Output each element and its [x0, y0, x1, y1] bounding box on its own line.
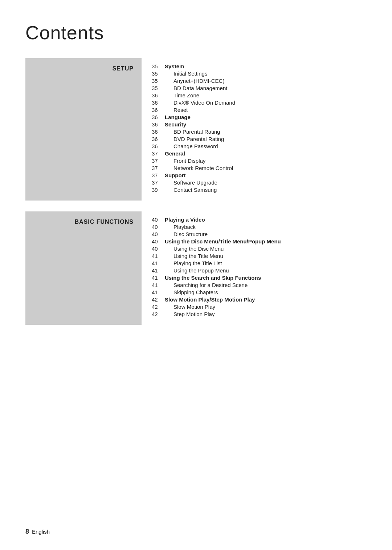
toc-entry: 40Disc Structure	[152, 231, 359, 237]
footer-page-number: 8	[25, 528, 29, 535]
toc-entry: 41Playing the Title List	[152, 260, 359, 266]
toc-entry-text: BD Data Management	[165, 85, 227, 91]
toc-page-num: 42	[152, 296, 165, 303]
toc-page-num: 36	[152, 107, 165, 113]
section-label-col-setup: SETUP	[25, 58, 142, 201]
toc-entry-text: Using the Disc Menu/Title Menu/Popup Men…	[165, 238, 281, 244]
toc-entry-text: Playing a Video	[165, 217, 205, 223]
toc-page-num: 36	[152, 136, 165, 142]
toc-page-num: 39	[152, 187, 165, 193]
toc-entry: 36BD Parental Rating	[152, 129, 359, 135]
toc-entry: 40Playback	[152, 224, 359, 230]
toc-entry-text: General	[165, 150, 185, 157]
toc-entry: 39Contact Samsung	[152, 187, 359, 193]
toc-entry-text: Language	[165, 114, 191, 120]
toc-entry-text: DivX® Video On Demand	[165, 100, 235, 106]
toc-entry-text: Using the Search and Skip Functions	[165, 275, 261, 281]
toc-entry-text: Playing the Title List	[165, 260, 222, 266]
toc-entry-text: Front Display	[165, 158, 205, 164]
toc-entry-text: Software Upgrade	[165, 179, 217, 186]
toc-entry: 36Reset	[152, 107, 359, 113]
toc-entry: 40Playing a Video	[152, 217, 359, 223]
toc-entry-text: Network Remote Control	[165, 165, 233, 171]
toc-entry: 41Using the Title Menu	[152, 253, 359, 259]
toc-page-num: 41	[152, 275, 165, 281]
toc-entry: 36Security	[152, 121, 359, 128]
toc-sections: SETUP35System35Initial Settings35Anynet+…	[25, 58, 367, 325]
toc-entry: 42Slow Motion Play	[152, 304, 359, 310]
toc-entry-text: Slow Motion Play/Step Motion Play	[165, 296, 255, 303]
toc-entry-text: Contact Samsung	[165, 187, 217, 193]
section-label-setup: SETUP	[113, 65, 134, 72]
toc-entry-text: DVD Parental Rating	[165, 136, 224, 142]
toc-entry: 37Support	[152, 172, 359, 178]
toc-entry: 37Software Upgrade	[152, 179, 359, 186]
toc-entry: 36Language	[152, 114, 359, 120]
toc-entry: 35Anynet+(HDMI-CEC)	[152, 78, 359, 84]
toc-page-num: 36	[152, 100, 165, 106]
toc-entry: 40Using the Disc Menu	[152, 246, 359, 252]
section-label-col-basic-functions: BASIC FUNCTIONS	[25, 211, 142, 325]
toc-page-num: 36	[152, 143, 165, 149]
toc-page-num: 37	[152, 150, 165, 157]
toc-entry: 35BD Data Management	[152, 85, 359, 91]
toc-page-num: 40	[152, 246, 165, 252]
toc-page-num: 36	[152, 92, 165, 98]
toc-entry: 41Using the Search and Skip Functions	[152, 275, 359, 281]
toc-entry: 37Front Display	[152, 158, 359, 164]
toc-entry-text: Reset	[165, 107, 188, 113]
toc-entry: 40Using the Disc Menu/Title Menu/Popup M…	[152, 238, 359, 244]
toc-page-num: 36	[152, 114, 165, 120]
toc-page-num: 37	[152, 172, 165, 178]
toc-entry-text: Searching for a Desired Scene	[165, 282, 248, 288]
footer-language: English	[32, 529, 50, 535]
toc-entry-text: Using the Disc Menu	[165, 246, 224, 252]
toc-entry-text: Change Password	[165, 143, 218, 149]
section-label-basic-functions: BASIC FUNCTIONS	[74, 218, 134, 225]
toc-entry-text: BD Parental Rating	[165, 129, 220, 135]
toc-page-num: 35	[152, 70, 165, 77]
page-title: Contents	[25, 22, 367, 44]
toc-section-basic-functions: BASIC FUNCTIONS40Playing a Video40Playba…	[25, 211, 367, 325]
toc-entry: 36Time Zone	[152, 92, 359, 98]
toc-entry: 36DivX® Video On Demand	[152, 100, 359, 106]
toc-entry: 42Step Motion Play	[152, 311, 359, 317]
toc-section-setup: SETUP35System35Initial Settings35Anynet+…	[25, 58, 367, 201]
toc-page-num: 41	[152, 253, 165, 259]
toc-entry: 35System	[152, 63, 359, 69]
section-entries-setup: 35System35Initial Settings35Anynet+(HDMI…	[142, 58, 367, 201]
toc-page-num: 37	[152, 158, 165, 164]
toc-page-num: 36	[152, 121, 165, 128]
toc-entry: 36Change Password	[152, 143, 359, 149]
toc-entry: 41Searching for a Desired Scene	[152, 282, 359, 288]
toc-page-num: 41	[152, 282, 165, 288]
toc-page-num: 41	[152, 260, 165, 266]
toc-entry-text: Using the Popup Menu	[165, 267, 229, 274]
toc-entry: 37Network Remote Control	[152, 165, 359, 171]
toc-page-num: 41	[152, 267, 165, 274]
toc-entry: 37General	[152, 150, 359, 157]
toc-page-num: 42	[152, 311, 165, 317]
toc-page-num: 36	[152, 129, 165, 135]
toc-page-num: 40	[152, 224, 165, 230]
toc-page-num: 40	[152, 217, 165, 223]
toc-entry-text: Initial Settings	[165, 70, 207, 77]
toc-entry-text: Playback	[165, 224, 196, 230]
toc-page-num: 40	[152, 238, 165, 244]
page-container: Contents SETUP35System35Initial Settings…	[0, 0, 392, 357]
toc-entry-text: Security	[165, 121, 186, 128]
toc-entry-text: Slow Motion Play	[165, 304, 215, 310]
toc-entry: 41Skipping Chapters	[152, 289, 359, 295]
toc-page-num: 37	[152, 165, 165, 171]
toc-page-num: 35	[152, 85, 165, 91]
toc-entry: 42Slow Motion Play/Step Motion Play	[152, 296, 359, 303]
toc-entry-text: Skipping Chapters	[165, 289, 218, 295]
toc-page-num: 35	[152, 78, 165, 84]
toc-page-num: 35	[152, 63, 165, 69]
toc-page-num: 41	[152, 289, 165, 295]
toc-entry: 36DVD Parental Rating	[152, 136, 359, 142]
toc-page-num: 42	[152, 304, 165, 310]
toc-entry-text: Using the Title Menu	[165, 253, 223, 259]
toc-page-num: 40	[152, 231, 165, 237]
toc-entry: 41Using the Popup Menu	[152, 267, 359, 274]
